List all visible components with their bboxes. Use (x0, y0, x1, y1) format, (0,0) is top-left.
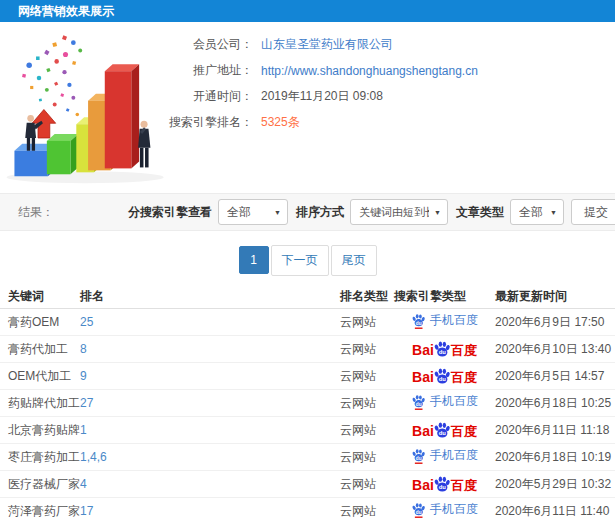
baidu-paw-icon: du (433, 421, 451, 439)
rank-type-cell: 云网站 (340, 363, 394, 390)
growth-chart-illustration (0, 28, 185, 190)
bar-red (105, 64, 139, 168)
updated-cell: 2020年6月10日 13:40 (495, 336, 615, 363)
open-time-label: 开通时间： (165, 88, 253, 105)
table-row: 北京膏药贴牌 1 云网站 Bai du 百度 202 (0, 417, 615, 444)
baidu-paw-icon: du (433, 475, 451, 493)
rank-type-cell: 云网站 (340, 390, 394, 417)
updated-cell: 2020年6月11日 11:18 (495, 417, 615, 444)
table-row: 医疗器械厂家 4 云网站 Bai du 百度 202 (0, 471, 615, 498)
keyword-cell: 膏药OEM (0, 309, 80, 336)
sort-label: 排序方式 (296, 204, 344, 221)
company-label: 会员公司： (165, 36, 253, 53)
baidu-logo-bai: Bai (412, 343, 434, 357)
company-row: 会员公司： 山东皇圣堂药业有限公司 (165, 36, 615, 53)
rank-type-cell: 云网站 (340, 309, 394, 336)
rank-link[interactable]: 17 (80, 504, 93, 518)
updated-cell: 2020年6月5日 14:57 (495, 363, 615, 390)
submit-button[interactable]: 提交 (571, 199, 615, 225)
table-row: 膏药代加工 8 云网站 Bai du 百度 2020 (0, 336, 615, 363)
app-header: 网络营销效果展示 (0, 0, 615, 22)
keyword-cell: 医疗器械厂家 (0, 471, 80, 498)
engine-select[interactable]: 全部 ▼ (218, 199, 288, 225)
baidu-logo-badge: Bai du 百度 (412, 475, 477, 492)
engine-rank-value: 5325条 (261, 114, 300, 131)
baidu-paw-icon: du (411, 394, 426, 410)
up-arrow (32, 109, 56, 137)
confetti-dots (22, 35, 82, 116)
promotion-url-link[interactable]: http://www.shandonghuangshengtang.cn (261, 64, 478, 78)
baidu-logo-badge: Bai du 百度 (412, 421, 477, 438)
svg-text:du: du (439, 376, 447, 382)
keyword-cell: 北京膏药贴牌 (0, 417, 80, 444)
article-type-label: 文章类型 (456, 204, 504, 221)
mobile-baidu-label: 手机百度 (430, 312, 478, 329)
rank-type-cell: 云网站 (340, 498, 394, 520)
growth-chart-image (0, 28, 185, 190)
last-page-button[interactable]: 尾页 (331, 245, 377, 276)
engine-select-value: 全部 (227, 204, 251, 221)
baidu-paw-icon: du (411, 448, 426, 464)
table-row: 枣庄膏药加工 1,4,6 云网站 du 手机百度 (0, 444, 615, 471)
filter-bar: 结果： 分搜索引擎查看 全部 ▼ 排序方式 关键词由短到长排序 ▼ 文章类型 全… (0, 193, 615, 231)
rank-link[interactable]: 9 (80, 369, 87, 383)
mobile-baidu-badge: du 手机百度 (411, 312, 478, 329)
rank-type-cell: 云网站 (340, 471, 394, 498)
keyword-cell: 枣庄膏药加工 (0, 444, 80, 471)
page-1-button[interactable]: 1 (239, 246, 269, 274)
rank-link[interactable]: 8 (80, 342, 87, 356)
baidu-logo-bai: Bai (412, 424, 434, 438)
keyword-cell: 菏泽膏药厂家 (0, 498, 80, 520)
results-table: 关键词 排名 排名类型 搜索引擎类型 最新更新时间 膏药OEM 25 云网站 (0, 284, 615, 520)
open-time-value: 2019年11月20日 09:08 (261, 88, 383, 105)
open-time-row: 开通时间： 2019年11月20日 09:08 (165, 88, 615, 105)
promotion-url-label: 推广地址： (165, 62, 253, 79)
baidu-logo-baidu: 百度 (451, 425, 477, 438)
result-label: 结果： (18, 204, 54, 221)
mobile-baidu-label: 手机百度 (430, 393, 478, 410)
chevron-down-icon: ▼ (274, 209, 281, 216)
engine-rank-row: 搜索引擎排名： 5325条 (165, 114, 615, 131)
baidu-logo-badge: Bai du 百度 (412, 367, 477, 384)
page-title: 网络营销效果展示 (18, 4, 114, 18)
baidu-logo-bai: Bai (412, 478, 434, 492)
rank-type-cell: 云网站 (340, 336, 394, 363)
mobile-baidu-badge: du 手机百度 (411, 447, 478, 464)
col-header-updated: 最新更新时间 (495, 284, 615, 309)
svg-text:du: du (416, 320, 422, 325)
updated-cell: 2020年6月11日 11:40 (495, 498, 615, 520)
keyword-cell: OEM代加工 (0, 363, 80, 390)
rank-link[interactable]: 1 (80, 423, 87, 437)
svg-text:du: du (439, 349, 447, 355)
updated-cell: 2020年6月9日 17:50 (495, 309, 615, 336)
account-fields: 会员公司： 山东皇圣堂药业有限公司 推广地址： http://www.shand… (165, 36, 615, 140)
rank-link[interactable]: 25 (80, 315, 93, 329)
updated-cell: 2020年6月18日 10:25 (495, 390, 615, 417)
baidu-paw-icon: du (433, 340, 451, 358)
mobile-baidu-label: 手机百度 (430, 447, 478, 464)
rank-link[interactable]: 1,4,6 (80, 450, 107, 464)
table-row: 膏药OEM 25 云网站 du 手机百度 20 (0, 309, 615, 336)
sort-select[interactable]: 关键词由短到长排序 ▼ (350, 199, 448, 225)
table-header-row: 关键词 排名 排名类型 搜索引擎类型 最新更新时间 (0, 284, 615, 309)
article-type-select[interactable]: 全部 ▼ (510, 199, 564, 225)
baidu-logo-baidu: 百度 (451, 371, 477, 384)
rank-type-cell: 云网站 (340, 417, 394, 444)
baidu-logo-baidu: 百度 (451, 479, 477, 492)
rank-link[interactable]: 4 (80, 477, 87, 491)
keyword-cell: 药贴牌代加工 (0, 390, 80, 417)
table-row: 药贴牌代加工 27 云网站 du 手机百度 2 (0, 390, 615, 417)
updated-cell: 2020年5月29日 10:32 (495, 471, 615, 498)
baidu-logo-bai: Bai (412, 370, 434, 384)
table-row: OEM代加工 9 云网站 Bai du 百度 202 (0, 363, 615, 390)
chevron-down-icon: ▼ (434, 209, 441, 216)
next-page-button[interactable]: 下一页 (271, 245, 329, 276)
rank-link[interactable]: 27 (80, 396, 93, 410)
company-link[interactable]: 山东皇圣堂药业有限公司 (261, 36, 393, 53)
account-info-section: 会员公司： 山东皇圣堂药业有限公司 推广地址： http://www.shand… (0, 22, 615, 193)
updated-cell: 2020年6月18日 10:19 (495, 444, 615, 471)
filter-controls: 分搜索引擎查看 全部 ▼ 排序方式 关键词由短到长排序 ▼ 文章类型 全部 ▼ … (120, 199, 615, 225)
col-header-rank: 排名 (80, 284, 340, 309)
businessman-right (138, 121, 150, 168)
svg-text:du: du (439, 430, 447, 436)
